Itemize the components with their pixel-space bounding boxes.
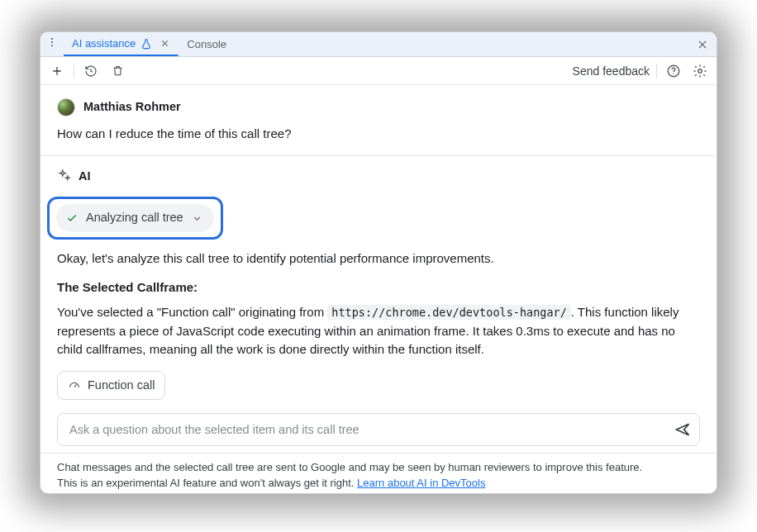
- tab-console[interactable]: Console: [179, 32, 236, 56]
- disclaimer-line2-pre: This is an experimental AI feature and w…: [57, 477, 357, 489]
- svg-point-0: [51, 38, 53, 40]
- disclaimer-line1: Chat messages and the selected call tree…: [57, 461, 642, 473]
- send-button[interactable]: [674, 421, 691, 438]
- ai-subheading: The Selected Callframe:: [57, 278, 700, 297]
- devtools-panel: AI assistance Console Send feedback: [40, 31, 717, 494]
- ai-paragraph: You've selected a "Function call" origin…: [57, 303, 700, 359]
- history-button[interactable]: [81, 61, 101, 81]
- disclaimer: Chat messages and the selected call tree…: [40, 453, 717, 494]
- user-name: Matthias Rohmer: [83, 98, 181, 116]
- tab-label: Console: [187, 38, 226, 50]
- divider: [74, 64, 74, 78]
- user-message: How can I reduce the time of this call t…: [57, 125, 700, 144]
- settings-button[interactable]: [690, 61, 710, 81]
- svg-point-5: [698, 69, 702, 73]
- ai-intro: Okay, let's analyze this call tree to id…: [57, 249, 700, 268]
- code-url: https://chrome.dev/devtools-hangar/: [327, 305, 570, 320]
- analyzing-label: Analyzing call tree: [86, 209, 183, 227]
- user-avatar: [57, 98, 75, 116]
- divider: [656, 64, 657, 78]
- svg-point-4: [673, 74, 674, 74]
- tab-ai-assistance[interactable]: AI assistance: [64, 32, 179, 56]
- function-call-label: Function call: [88, 377, 155, 395]
- learn-more-link[interactable]: Learn about AI in DevTools: [357, 477, 485, 489]
- help-button[interactable]: [664, 61, 683, 81]
- analyzing-chip[interactable]: Analyzing call tree: [56, 204, 214, 232]
- send-feedback-link[interactable]: Send feedback: [573, 64, 650, 78]
- chat-input-row: [57, 413, 700, 446]
- check-icon: [66, 212, 78, 224]
- gauge-icon: [68, 378, 81, 392]
- new-chat-button[interactable]: [47, 61, 67, 81]
- svg-point-2: [51, 45, 53, 46]
- user-header: Matthias Rohmer: [57, 98, 700, 116]
- delete-button[interactable]: [107, 61, 127, 81]
- close-tab-icon[interactable]: [160, 39, 169, 48]
- toolbar: Send feedback: [40, 57, 717, 85]
- svg-point-1: [51, 41, 53, 43]
- ai-label: AI: [79, 168, 91, 186]
- chat-input[interactable]: [69, 423, 674, 436]
- function-call-chip[interactable]: Function call: [57, 371, 165, 401]
- tab-label: AI assistance: [72, 37, 136, 50]
- tab-bar: AI assistance Console: [40, 32, 717, 57]
- flask-icon: [140, 38, 152, 50]
- analyzing-highlight: Analyzing call tree: [47, 197, 223, 240]
- close-panel-icon[interactable]: [688, 32, 717, 56]
- chevron-down-icon: [192, 213, 202, 224]
- ai-para-pre: You've selected a "Function call" origin…: [57, 305, 327, 319]
- divider: [40, 155, 717, 156]
- ai-header: AI: [57, 168, 700, 186]
- chat-content: Matthias Rohmer How can I reduce the tim…: [40, 85, 717, 494]
- sparkle-icon: [57, 169, 72, 183]
- kebab-menu-icon[interactable]: [40, 32, 64, 52]
